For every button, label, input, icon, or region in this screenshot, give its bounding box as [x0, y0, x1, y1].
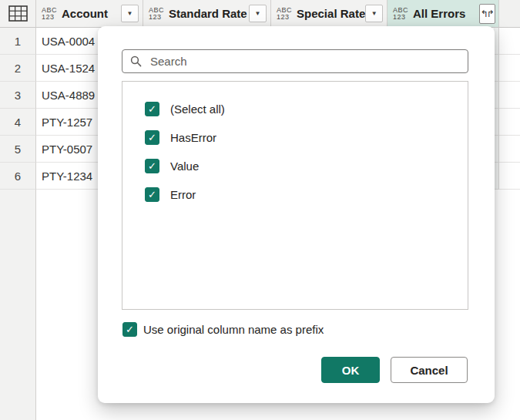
text-type-icon: ABC123: [277, 7, 292, 21]
option-value[interactable]: ✓ Value: [122, 152, 468, 180]
use-prefix-label: Use original column name as prefix: [143, 323, 324, 336]
option-haserror[interactable]: ✓ HasError: [122, 123, 468, 152]
option-label: (Select all): [170, 102, 225, 116]
option-select-all[interactable]: ✓ (Select all): [122, 95, 468, 123]
row-number-column-tail: [0, 190, 36, 420]
text-type-icon: ABC123: [149, 7, 164, 21]
checkbox-checked[interactable]: ✓: [145, 102, 159, 116]
column-header-standard-rate[interactable]: ABC123 Standard Rate ▼: [143, 0, 271, 28]
column-header-account[interactable]: ABC123 Account ▼: [36, 0, 143, 28]
checkmark-icon: ✓: [148, 133, 156, 143]
row-number[interactable]: 5: [0, 136, 36, 163]
cancel-button[interactable]: Cancel: [391, 357, 468, 383]
chevron-down-icon: ▼: [127, 11, 133, 17]
column-header-special-rate[interactable]: ABC123 Special Rate ▼: [271, 0, 387, 28]
checkmark-icon: ✓: [148, 190, 156, 200]
filter-dropdown-button[interactable]: ▼: [121, 5, 139, 22]
table-grid-icon: [8, 5, 28, 22]
search-input[interactable]: [149, 54, 460, 69]
text-type-icon: ABC123: [393, 7, 408, 21]
column-options-list: ✓ (Select all) ✓ HasError ✓ Value ✓: [122, 81, 468, 310]
chevron-down-icon: ▼: [255, 11, 261, 17]
row-number[interactable]: 6: [0, 163, 36, 190]
checkbox-checked[interactable]: ✓: [145, 187, 159, 202]
expand-column-button[interactable]: ↰↱: [479, 4, 495, 24]
ok-button[interactable]: OK: [321, 357, 380, 383]
selected-column-cells-sliver: [494, 28, 499, 190]
expand-column-icon: ↰↱: [480, 9, 492, 18]
use-prefix-checkbox-row[interactable]: ✓ Use original column name as prefix: [122, 322, 324, 337]
header-empty-area: [499, 0, 520, 28]
search-box[interactable]: [122, 49, 468, 73]
power-query-editor: ABC123 Account ▼ ABC123 Standard Rate ▼ …: [0, 0, 520, 420]
row-number[interactable]: 3: [0, 82, 36, 109]
column-label: Account: [62, 7, 108, 20]
search-icon: [130, 55, 142, 67]
option-label: HasError: [170, 131, 216, 144]
checkbox-checked[interactable]: ✓: [122, 322, 137, 337]
select-all-table-corner[interactable]: [0, 0, 36, 28]
column-label: Standard Rate: [169, 7, 247, 20]
expand-column-dialog: ✓ (Select all) ✓ HasError ✓ Value ✓: [98, 26, 495, 403]
filter-dropdown-button[interactable]: ▼: [249, 5, 267, 22]
column-header-all-errors[interactable]: ABC123 All Errors ↰↱: [387, 0, 499, 28]
checkmark-icon: ✓: [126, 324, 134, 334]
option-label: Error: [170, 188, 196, 201]
checkmark-icon: ✓: [148, 104, 156, 114]
checkbox-checked[interactable]: ✓: [145, 159, 159, 173]
checkmark-icon: ✓: [148, 161, 156, 171]
option-error[interactable]: ✓ Error: [122, 180, 468, 209]
text-type-icon: ABC123: [42, 7, 57, 21]
row-number[interactable]: 1: [0, 28, 36, 55]
checkbox-checked[interactable]: ✓: [145, 130, 159, 145]
row-number[interactable]: 2: [0, 55, 36, 82]
column-label: All Errors: [413, 7, 465, 20]
row-number[interactable]: 4: [0, 109, 36, 136]
option-label: Value: [170, 160, 199, 173]
chevron-down-icon: ▼: [371, 11, 377, 17]
filter-dropdown-button[interactable]: ▼: [365, 5, 383, 22]
column-label: Special Rate: [297, 7, 365, 20]
